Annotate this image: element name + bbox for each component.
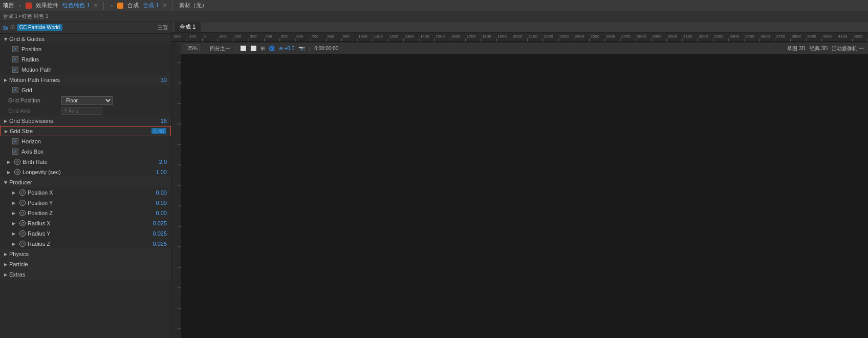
view-type[interactable]: 草图 3D	[787, 45, 806, 52]
divider2	[172, 2, 173, 10]
chevron-subdivisions: ▶	[4, 119, 7, 123]
checkbox-grid-row: Grid	[0, 85, 171, 95]
position-x-value[interactable]: 0.00	[156, 189, 167, 196]
grid-position-select[interactable]: Floor Ceiling XZ Plane	[61, 96, 113, 105]
stopwatch-rady[interactable]: ⏱	[19, 230, 26, 237]
radius-z-value[interactable]: 0.025	[153, 241, 167, 247]
section-producer[interactable]: ▶ Producer	[0, 177, 171, 187]
checkbox-horizon[interactable]	[12, 138, 18, 144]
icon-orange	[117, 3, 123, 9]
fit-icon[interactable]: ⬜	[240, 46, 246, 51]
position-y-label: Position Y	[28, 200, 79, 206]
breadcrumb-bar: 合成 1 • 红色 纯色 1	[0, 11, 868, 22]
position-y-value[interactable]: 0.00	[156, 200, 167, 206]
checkbox-horizon-row: Horizon	[0, 136, 171, 146]
stopwatch-radz[interactable]: ⏱	[19, 241, 26, 247]
grid-size-value[interactable]: 0.40	[151, 128, 166, 134]
longevity-value[interactable]: 1.00	[156, 169, 167, 175]
ruler-canvas	[171, 33, 868, 41]
grid-axis-row: Grid Axis	[0, 105, 171, 116]
grid-subdivisions-label: Grid Subdivisions	[9, 118, 53, 124]
motionpath-frames-value[interactable]: 30	[161, 77, 167, 83]
checkbox-grid-label: Grid	[21, 87, 32, 93]
chevron-physics: ▶	[4, 252, 7, 257]
stopwatch-radx[interactable]: ⏱	[19, 220, 26, 226]
offset-label: ⊕ +0.0	[279, 46, 295, 51]
close-btn[interactable]: ×	[18, 3, 21, 9]
stopwatch-posy[interactable]: ⏱	[19, 200, 26, 206]
chevron-grid-guides: ▶	[4, 37, 8, 40]
radius-z-label: Radius Z	[28, 241, 79, 247]
radius-x-row: ▶ ⏱ Radius X 0.025	[0, 218, 171, 228]
project-tab[interactable]: 项目	[3, 2, 14, 9]
producer-label: Producer	[9, 179, 32, 185]
plugin-checkbox-icon: ☑	[10, 25, 15, 30]
stopwatch-posz[interactable]: ⏱	[19, 210, 26, 216]
motion-blur-icon[interactable]: 🌀	[269, 46, 275, 51]
grid-position-label: Grid Position	[8, 97, 59, 103]
comp-tab-1[interactable]: 合成 1	[175, 22, 201, 32]
comp-label: 合成	[127, 2, 139, 9]
radius-z-row: ▶ ⏱ Radius Z 0.025	[0, 239, 171, 249]
checkbox-position-row: Position	[0, 44, 171, 54]
checkbox-position[interactable]	[12, 46, 18, 52]
expand-longevity: ▶	[7, 170, 12, 175]
active-camera-label[interactable]: 活动摄像机 一	[832, 45, 864, 52]
section-grid-guides-label: Grid & Guides	[9, 36, 45, 42]
settings-btn[interactable]: 三置	[158, 24, 168, 31]
fx-label: fx	[3, 25, 8, 31]
stopwatch-posx[interactable]: ⏱	[19, 189, 26, 196]
left-ruler-canvas	[171, 42, 181, 338]
longevity-row: ▶ ⏱ Longevity (sec) 1.00	[0, 167, 171, 177]
section-grid-subdivisions[interactable]: ▶ Grid Subdivisions 16	[0, 116, 171, 126]
position-x-row: ▶ ⏱ Position X 0.00	[0, 187, 171, 198]
chevron-extras: ▶	[4, 272, 7, 277]
region-icon[interactable]: ⬜	[250, 46, 256, 51]
material-label: 素材（无）	[179, 2, 207, 9]
position-z-value[interactable]: 0.00	[156, 210, 167, 216]
section-physics[interactable]: ▶ Physics	[0, 249, 171, 259]
top-ruler	[171, 33, 868, 42]
stopwatch-birthrate[interactable]: ⏱	[14, 159, 20, 165]
left-panel: fx ☑ CC Particle World 三置 ▶ Grid & Guide…	[0, 22, 171, 338]
radius-x-label: Radius X	[28, 220, 79, 226]
position-x-label: Position X	[28, 189, 79, 196]
tab-close[interactable]: ×	[110, 3, 113, 9]
section-particle[interactable]: ▶ Particle	[0, 259, 171, 269]
color-label[interactable]: 红色纯色 1	[62, 2, 90, 9]
plugin-name-badge[interactable]: CC Particle World	[17, 24, 62, 31]
checkbox-motionpath[interactable]	[12, 67, 18, 73]
comp-name-tab[interactable]: 合成 1	[143, 2, 159, 9]
radius-x-value[interactable]: 0.025	[153, 220, 167, 226]
top-bar: 项目 × 效果控件 红色纯色 1 ≡ × 合成 合成 1 ≡ 素材（无）	[0, 0, 868, 11]
radius-y-value[interactable]: 0.025	[153, 230, 167, 237]
timecode[interactable]: 0:00:00:00	[314, 46, 338, 51]
grid-axis-label: Grid Axis	[8, 108, 59, 114]
section-extras[interactable]: ▶ Extras	[0, 269, 171, 280]
checkbox-axisbox[interactable]	[12, 149, 18, 155]
section-grid-size[interactable]: ▶ Grid Size 0.40	[0, 126, 171, 136]
bottom-bar: 25% | 四分之一 | ⬜ ⬜ ⊞ 🌀 ⊕ +0.0 📷 | 0:00:00:…	[181, 42, 868, 54]
comp-menu[interactable]: ≡	[163, 3, 166, 9]
left-ruler	[171, 42, 181, 338]
grid-icon[interactable]: ⊞	[261, 46, 265, 51]
view-quality[interactable]: 四分之一	[210, 45, 230, 52]
checkbox-radius[interactable]	[12, 56, 18, 62]
checkbox-horizon-label: Horizon	[21, 138, 41, 144]
right-area: 合成 1 活动摄像机（摄像机 1）	[171, 22, 868, 338]
menu-icon[interactable]: ≡	[94, 3, 97, 9]
projection[interactable]: 经典 3D	[810, 45, 828, 52]
camera-icon[interactable]: 📷	[298, 46, 305, 51]
checkbox-motionpath-row: Motion Path	[0, 65, 171, 75]
motionpath-frames-label: Motion Path Frames	[9, 77, 60, 83]
bottom-sep2: |	[234, 46, 236, 52]
zoom-level[interactable]: 25%	[185, 45, 200, 52]
birth-rate-value[interactable]: 2.0	[159, 159, 167, 165]
expand-radx: ▶	[12, 221, 17, 226]
checkbox-grid[interactable]	[12, 87, 18, 93]
radius-y-label: Radius Y	[28, 230, 79, 237]
grid-subdivisions-value[interactable]: 16	[161, 118, 167, 124]
section-grid-guides[interactable]: ▶ Grid & Guides	[0, 34, 171, 44]
stopwatch-longevity[interactable]: ⏱	[14, 169, 20, 175]
section-motionpath-frames[interactable]: ▶ Motion Path Frames 30	[0, 75, 171, 85]
